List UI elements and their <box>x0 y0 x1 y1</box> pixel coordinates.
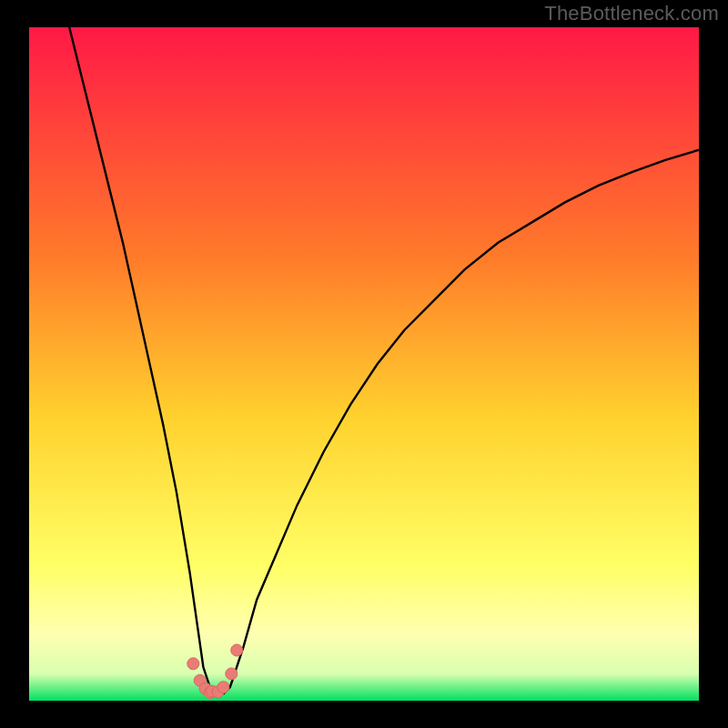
gradient-background <box>29 27 699 701</box>
plot-area <box>29 27 699 701</box>
marker-point <box>187 658 199 670</box>
chart-frame: TheBottleneck.com <box>0 0 728 728</box>
bottleneck-chart <box>29 27 699 701</box>
marker-point <box>217 682 229 693</box>
marker-point <box>226 668 238 680</box>
marker-point <box>231 644 243 656</box>
watermark-text: TheBottleneck.com <box>544 2 719 25</box>
